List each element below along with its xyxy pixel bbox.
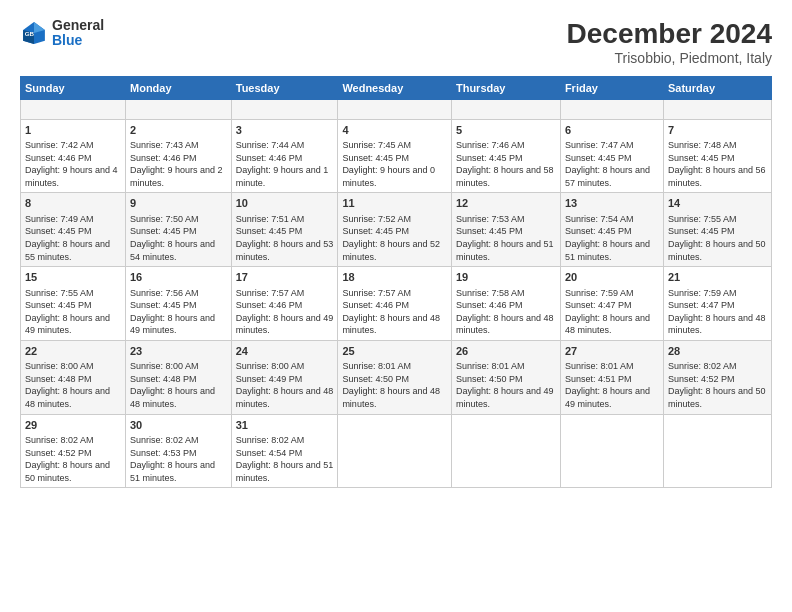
calendar-cell: 23Sunrise: 8:00 AMSunset: 4:48 PMDayligh…: [126, 340, 232, 414]
day-number: 14: [668, 196, 767, 211]
day-number: 9: [130, 196, 227, 211]
svg-text:GB: GB: [25, 31, 35, 38]
calendar-cell: [560, 414, 663, 488]
col-monday: Monday: [126, 77, 232, 100]
calendar-cell: [338, 414, 452, 488]
cell-daylight: Daylight: 8 hours and 48 minutes.: [342, 313, 440, 336]
calendar-cell: 4Sunrise: 7:45 AMSunset: 4:45 PMDaylight…: [338, 119, 452, 193]
cell-daylight: Daylight: 9 hours and 1 minute.: [236, 165, 329, 188]
cell-sunset: Sunset: 4:49 PM: [236, 374, 303, 384]
cell-daylight: Daylight: 8 hours and 49 minutes.: [565, 386, 650, 409]
cell-daylight: Daylight: 8 hours and 49 minutes.: [130, 313, 215, 336]
day-number: 15: [25, 270, 121, 285]
calendar-cell: 10Sunrise: 7:51 AMSunset: 4:45 PMDayligh…: [231, 193, 338, 267]
cell-sunset: Sunset: 4:45 PM: [25, 300, 92, 310]
calendar-cell: 5Sunrise: 7:46 AMSunset: 4:45 PMDaylight…: [451, 119, 560, 193]
calendar-cell: 20Sunrise: 7:59 AMSunset: 4:47 PMDayligh…: [560, 267, 663, 341]
cell-sunrise: Sunrise: 7:50 AM: [130, 214, 199, 224]
cell-daylight: Daylight: 8 hours and 55 minutes.: [25, 239, 110, 262]
day-number: 10: [236, 196, 334, 211]
cell-sunset: Sunset: 4:46 PM: [342, 300, 409, 310]
calendar-cell: 15Sunrise: 7:55 AMSunset: 4:45 PMDayligh…: [21, 267, 126, 341]
cell-daylight: Daylight: 8 hours and 49 minutes.: [456, 386, 554, 409]
calendar-cell: [451, 100, 560, 120]
cell-sunset: Sunset: 4:45 PM: [25, 226, 92, 236]
cell-sunset: Sunset: 4:48 PM: [130, 374, 197, 384]
cell-daylight: Daylight: 8 hours and 50 minutes.: [668, 239, 766, 262]
cell-sunrise: Sunrise: 8:02 AM: [236, 435, 305, 445]
calendar-cell: 3Sunrise: 7:44 AMSunset: 4:46 PMDaylight…: [231, 119, 338, 193]
cell-sunrise: Sunrise: 8:02 AM: [130, 435, 199, 445]
calendar-cell: 13Sunrise: 7:54 AMSunset: 4:45 PMDayligh…: [560, 193, 663, 267]
cell-sunset: Sunset: 4:46 PM: [456, 300, 523, 310]
title-block: December 2024 Trisobbio, Piedmont, Italy: [567, 18, 772, 66]
cell-daylight: Daylight: 8 hours and 50 minutes.: [25, 460, 110, 483]
col-thursday: Thursday: [451, 77, 560, 100]
cell-daylight: Daylight: 8 hours and 58 minutes.: [456, 165, 554, 188]
cell-sunset: Sunset: 4:50 PM: [342, 374, 409, 384]
cell-sunrise: Sunrise: 8:01 AM: [565, 361, 634, 371]
calendar-cell: 2Sunrise: 7:43 AMSunset: 4:46 PMDaylight…: [126, 119, 232, 193]
calendar-cell: 8Sunrise: 7:49 AMSunset: 4:45 PMDaylight…: [21, 193, 126, 267]
cell-sunset: Sunset: 4:46 PM: [25, 153, 92, 163]
cell-sunrise: Sunrise: 7:52 AM: [342, 214, 411, 224]
calendar-week-4: 22Sunrise: 8:00 AMSunset: 4:48 PMDayligh…: [21, 340, 772, 414]
calendar-cell: 9Sunrise: 7:50 AMSunset: 4:45 PMDaylight…: [126, 193, 232, 267]
logo: GB General Blue: [20, 18, 104, 49]
cell-sunrise: Sunrise: 7:55 AM: [25, 288, 94, 298]
cell-sunset: Sunset: 4:48 PM: [25, 374, 92, 384]
day-number: 2: [130, 123, 227, 138]
cell-sunset: Sunset: 4:51 PM: [565, 374, 632, 384]
day-number: 27: [565, 344, 659, 359]
cell-daylight: Daylight: 8 hours and 51 minutes.: [236, 460, 334, 483]
cell-sunset: Sunset: 4:46 PM: [236, 153, 303, 163]
cell-daylight: Daylight: 8 hours and 51 minutes.: [456, 239, 554, 262]
day-number: 18: [342, 270, 447, 285]
cell-sunset: Sunset: 4:45 PM: [236, 226, 303, 236]
cell-sunrise: Sunrise: 7:48 AM: [668, 140, 737, 150]
cell-sunrise: Sunrise: 7:55 AM: [668, 214, 737, 224]
calendar-cell: 7Sunrise: 7:48 AMSunset: 4:45 PMDaylight…: [663, 119, 771, 193]
day-number: 22: [25, 344, 121, 359]
cell-sunset: Sunset: 4:53 PM: [130, 448, 197, 458]
day-number: 26: [456, 344, 556, 359]
calendar-cell: 14Sunrise: 7:55 AMSunset: 4:45 PMDayligh…: [663, 193, 771, 267]
day-number: 28: [668, 344, 767, 359]
col-sunday: Sunday: [21, 77, 126, 100]
cell-daylight: Daylight: 8 hours and 54 minutes.: [130, 239, 215, 262]
cell-sunset: Sunset: 4:45 PM: [565, 153, 632, 163]
cell-sunset: Sunset: 4:45 PM: [130, 300, 197, 310]
calendar-week-5: 29Sunrise: 8:02 AMSunset: 4:52 PMDayligh…: [21, 414, 772, 488]
header: GB General Blue December 2024 Trisobbio,…: [20, 18, 772, 66]
cell-sunrise: Sunrise: 7:51 AM: [236, 214, 305, 224]
day-number: 17: [236, 270, 334, 285]
col-wednesday: Wednesday: [338, 77, 452, 100]
cell-sunrise: Sunrise: 7:47 AM: [565, 140, 634, 150]
calendar-cell: 16Sunrise: 7:56 AMSunset: 4:45 PMDayligh…: [126, 267, 232, 341]
calendar-week-3: 15Sunrise: 7:55 AMSunset: 4:45 PMDayligh…: [21, 267, 772, 341]
cell-daylight: Daylight: 8 hours and 52 minutes.: [342, 239, 440, 262]
cell-sunset: Sunset: 4:46 PM: [236, 300, 303, 310]
calendar-cell: [126, 100, 232, 120]
cell-daylight: Daylight: 8 hours and 51 minutes.: [130, 460, 215, 483]
cell-daylight: Daylight: 8 hours and 48 minutes.: [130, 386, 215, 409]
day-number: 20: [565, 270, 659, 285]
cell-sunset: Sunset: 4:45 PM: [565, 226, 632, 236]
cell-sunrise: Sunrise: 7:57 AM: [342, 288, 411, 298]
calendar-cell: [338, 100, 452, 120]
cell-sunset: Sunset: 4:45 PM: [668, 153, 735, 163]
cell-sunset: Sunset: 4:52 PM: [25, 448, 92, 458]
calendar-cell: 24Sunrise: 8:00 AMSunset: 4:49 PMDayligh…: [231, 340, 338, 414]
day-number: 11: [342, 196, 447, 211]
calendar-cell: 18Sunrise: 7:57 AMSunset: 4:46 PMDayligh…: [338, 267, 452, 341]
cell-daylight: Daylight: 8 hours and 51 minutes.: [565, 239, 650, 262]
cell-sunset: Sunset: 4:45 PM: [668, 226, 735, 236]
cell-sunrise: Sunrise: 7:45 AM: [342, 140, 411, 150]
day-number: 19: [456, 270, 556, 285]
logo-icon: GB: [20, 19, 48, 47]
cell-sunrise: Sunrise: 7:57 AM: [236, 288, 305, 298]
cell-sunrise: Sunrise: 8:02 AM: [25, 435, 94, 445]
day-number: 31: [236, 418, 334, 433]
col-saturday: Saturday: [663, 77, 771, 100]
cell-daylight: Daylight: 9 hours and 0 minutes.: [342, 165, 435, 188]
